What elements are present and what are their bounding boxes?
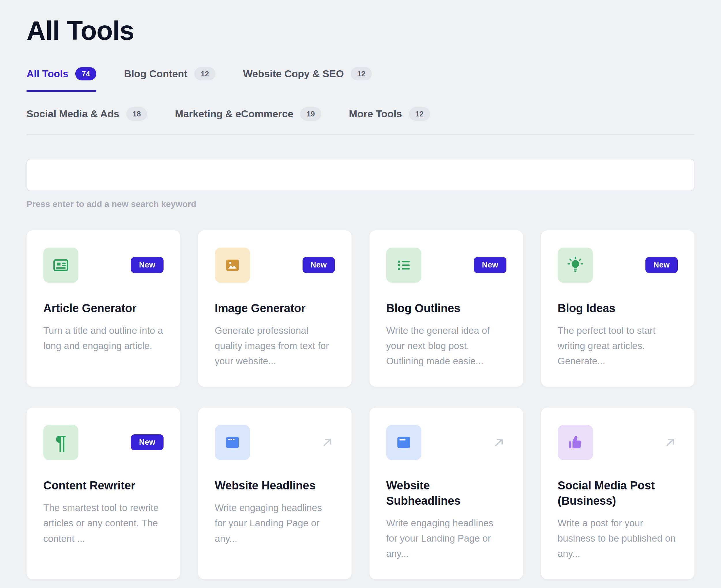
tool-card-article-generator[interactable]: New Article Generator Turn a title and o… <box>26 230 180 387</box>
tool-card-blog-outlines[interactable]: New Blog Outlines Write the general idea… <box>369 230 523 387</box>
tool-card-title: Website Headlines <box>215 478 335 493</box>
tab-website-copy-seo[interactable]: Website Copy & SEO 12 <box>243 67 372 92</box>
tab-row-1: All Tools 74 Blog Content 12 Website Cop… <box>26 67 695 92</box>
browser-bar-icon <box>386 425 421 460</box>
tool-card-description: Write engaging headlines for your Landin… <box>215 500 335 546</box>
tool-card-title: Article Generator <box>43 301 164 316</box>
card-header: New <box>43 248 164 283</box>
tool-card-website-headlines[interactable]: Website Headlines Write engaging headlin… <box>198 407 352 579</box>
tab-label: Social Media & Ads <box>26 108 119 120</box>
tab-more-tools[interactable]: More Tools 12 <box>349 107 430 121</box>
tool-card-title: Blog Outlines <box>386 301 507 316</box>
card-header: New <box>386 248 507 283</box>
card-header <box>558 425 678 460</box>
search-input[interactable] <box>26 159 695 191</box>
tab-social-media-ads[interactable]: Social Media & Ads 18 <box>26 107 147 121</box>
new-badge: New <box>645 257 678 273</box>
new-badge: New <box>131 257 163 273</box>
tool-card-image-generator[interactable]: New Image Generator Generate professiona… <box>198 230 352 387</box>
tool-card-description: Write engaging headlines for your Landin… <box>386 516 507 562</box>
tool-card-title: Blog Ideas <box>558 301 678 316</box>
open-tool-arrow-icon <box>663 435 678 450</box>
tab-count-badge: 18 <box>126 107 147 121</box>
tool-card-description: Write the general idea of your next blog… <box>386 323 507 369</box>
category-tabs: All Tools 74 Blog Content 12 Website Cop… <box>26 67 695 134</box>
open-tool-arrow-icon <box>491 435 507 450</box>
tool-card-title: Image Generator <box>215 301 335 316</box>
tool-card-content-rewriter[interactable]: ¶ New Content Rewriter The smartest tool… <box>26 407 180 579</box>
tab-all-tools[interactable]: All Tools 74 <box>26 67 96 92</box>
tool-card-blog-ideas[interactable]: New Blog Ideas The perfect tool to start… <box>541 230 695 387</box>
card-header <box>386 425 507 460</box>
lightbulb-icon <box>558 248 593 283</box>
tab-count-badge: 19 <box>300 107 321 121</box>
tool-card-description: The perfect tool to start writing great … <box>558 323 678 369</box>
image-icon <box>215 248 250 283</box>
card-header <box>215 425 335 460</box>
tab-count-badge: 12 <box>194 67 215 81</box>
tab-marketing-ecommerce[interactable]: Marketing & eCommerce 19 <box>175 107 321 121</box>
new-badge: New <box>474 257 506 273</box>
tab-count-badge: 74 <box>75 67 96 81</box>
browser-icon <box>215 425 250 460</box>
tool-card-description: Generate professional quality images fro… <box>215 323 335 369</box>
card-header: New <box>558 248 678 283</box>
tool-card-website-subheadlines[interactable]: Website Subheadlines Write engaging head… <box>369 407 523 579</box>
tab-count-badge: 12 <box>409 107 430 121</box>
page-title: All Tools <box>26 17 695 45</box>
card-header: ¶ New <box>43 425 164 460</box>
new-badge: New <box>131 434 163 450</box>
tool-card-description: The smartest tool to rewrite articles or… <box>43 500 164 546</box>
tool-card-description: Write a post for your business to be pub… <box>558 516 678 562</box>
tab-label: Blog Content <box>124 68 187 80</box>
thumbs-up-icon <box>558 425 593 460</box>
newspaper-icon <box>43 248 79 283</box>
search-helper-text: Press enter to add a new search keyword <box>26 199 695 209</box>
tool-card-title: Social Media Post (Business) <box>558 478 678 508</box>
tab-blog-content[interactable]: Blog Content 12 <box>124 67 215 92</box>
new-badge: New <box>303 257 335 273</box>
tab-label: More Tools <box>349 108 402 120</box>
tab-label: All Tools <box>26 68 68 80</box>
pilcrow-icon: ¶ <box>43 425 79 460</box>
tab-label: Website Copy & SEO <box>243 68 344 80</box>
tool-card-social-media-post-business[interactable]: Social Media Post (Business) Write a pos… <box>541 407 695 579</box>
tool-card-title: Website Subheadlines <box>386 478 507 508</box>
tools-grid: New Article Generator Turn a title and o… <box>26 230 695 579</box>
card-header: New <box>215 248 335 283</box>
tab-count-badge: 12 <box>351 67 372 81</box>
tool-card-description: Turn a title and outline into a long and… <box>43 323 164 354</box>
open-tool-arrow-icon <box>320 435 335 450</box>
list-icon <box>386 248 421 283</box>
tool-card-title: Content Rewriter <box>43 478 164 493</box>
all-tools-page: All Tools All Tools 74 Blog Content 12 W… <box>0 0 721 579</box>
tab-row-2: Social Media & Ads 18 Marketing & eComme… <box>26 107 695 121</box>
tab-label: Marketing & eCommerce <box>175 108 293 120</box>
